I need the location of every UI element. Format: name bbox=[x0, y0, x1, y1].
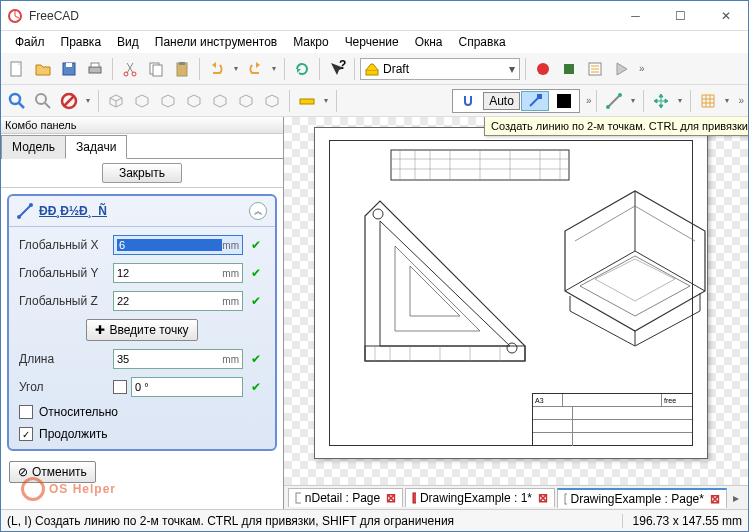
redo-icon[interactable] bbox=[243, 57, 267, 81]
titlebar: FreeCAD ─ ☐ ✕ bbox=[1, 1, 748, 31]
redo-dropdown[interactable]: ▾ bbox=[269, 57, 279, 81]
menu-windows[interactable]: Окна bbox=[407, 33, 451, 51]
view-left-icon[interactable] bbox=[260, 89, 284, 113]
input-global-x[interactable]: 6mm bbox=[113, 235, 243, 255]
save-icon[interactable] bbox=[57, 57, 81, 81]
toolbar2-overflow-icon[interactable]: » bbox=[738, 95, 744, 106]
grid-tool-icon[interactable] bbox=[696, 89, 720, 113]
svg-rect-13 bbox=[366, 70, 378, 75]
doc-tab[interactable]: DrawingExample : 1*⊠ bbox=[405, 488, 555, 507]
drawing-iso-view bbox=[545, 171, 720, 371]
maximize-button[interactable]: ☐ bbox=[658, 1, 703, 30]
status-hint: (L, I) Создать линию по 2-м точкам. CTRL… bbox=[7, 514, 454, 528]
relative-checkbox[interactable] bbox=[19, 405, 33, 419]
close-button[interactable]: ✕ bbox=[703, 1, 748, 30]
menu-drawing[interactable]: Черчение bbox=[337, 33, 407, 51]
tab-nav-right-icon[interactable]: ▸ bbox=[729, 491, 744, 505]
tab-model[interactable]: Модель bbox=[1, 135, 66, 159]
doc-tab[interactable]: nDetail : Page⊠ bbox=[288, 488, 403, 507]
workbench-label: Draft bbox=[383, 62, 409, 76]
grid-dropdown[interactable]: ▾ bbox=[722, 89, 732, 113]
snap-endpoint-icon[interactable] bbox=[521, 91, 549, 111]
undo-dropdown[interactable]: ▾ bbox=[231, 57, 241, 81]
relative-label: Относительно bbox=[39, 405, 118, 419]
combo-tabs: Модель Задачи bbox=[1, 134, 283, 159]
zoom-fit-icon[interactable] bbox=[5, 89, 29, 113]
drawing-top-view bbox=[390, 149, 570, 189]
workbench-selector[interactable]: Draft ▾ bbox=[360, 58, 520, 80]
collapse-icon[interactable]: ︽ bbox=[249, 202, 267, 220]
move-dropdown[interactable]: ▾ bbox=[675, 89, 685, 113]
print-icon[interactable] bbox=[83, 57, 107, 81]
whatsthis-icon[interactable]: ? bbox=[325, 57, 349, 81]
tab-close-icon[interactable]: ⊠ bbox=[538, 491, 548, 505]
drawing-view[interactable]: Создать линию по 2-м точкам. CTRL для пр… bbox=[284, 117, 748, 509]
task-title[interactable]: ĐĐ¸Đ½Đ¸_Ñ bbox=[39, 204, 249, 218]
window-title: FreeCAD bbox=[29, 9, 613, 23]
title-block: A3free bbox=[532, 393, 692, 445]
label-global-z: Глобальный Z bbox=[19, 294, 109, 308]
line-tool-icon[interactable] bbox=[602, 89, 626, 113]
tab-tasks[interactable]: Задачи bbox=[65, 135, 127, 159]
toolbar-overflow-icon[interactable]: » bbox=[639, 63, 645, 74]
snap-overflow-icon[interactable]: » bbox=[586, 95, 592, 106]
cancel-button[interactable]: ⊘Отменить bbox=[9, 461, 96, 483]
open-icon[interactable] bbox=[31, 57, 55, 81]
input-angle[interactable]: 0 ° bbox=[131, 377, 243, 397]
refresh-icon[interactable] bbox=[290, 57, 314, 81]
combo-panel: Комбо панель Модель Задачи Закрыть ĐĐ¸Đ½… bbox=[1, 117, 284, 509]
view-bottom-icon[interactable] bbox=[234, 89, 258, 113]
view-right-icon[interactable] bbox=[182, 89, 206, 113]
move-tool-icon[interactable] bbox=[649, 89, 673, 113]
menu-file[interactable]: Файл bbox=[7, 33, 53, 51]
tab-close-icon[interactable]: ⊠ bbox=[386, 491, 396, 505]
document-tabs: nDetail : Page⊠ DrawingExample : 1*⊠ Dra… bbox=[284, 485, 748, 509]
menu-view[interactable]: Вид bbox=[109, 33, 147, 51]
paste-icon[interactable] bbox=[170, 57, 194, 81]
drawing-paper: A3free bbox=[314, 127, 708, 459]
input-global-y[interactable]: 12mm bbox=[113, 263, 243, 283]
task-close-button[interactable]: Закрыть bbox=[102, 163, 182, 183]
view-iso-icon[interactable] bbox=[104, 89, 128, 113]
view-rear-icon[interactable] bbox=[208, 89, 232, 113]
snap-auto-button[interactable]: Auto bbox=[483, 92, 520, 110]
draw-style-icon[interactable] bbox=[57, 89, 81, 113]
measure-dropdown[interactable]: ▾ bbox=[321, 89, 331, 113]
view-top-icon[interactable] bbox=[156, 89, 180, 113]
svg-rect-9 bbox=[153, 65, 162, 76]
chevron-down-icon: ▾ bbox=[509, 62, 515, 76]
undo-icon[interactable] bbox=[205, 57, 229, 81]
zoom-select-icon[interactable] bbox=[31, 89, 55, 113]
measure-icon[interactable] bbox=[295, 89, 319, 113]
macro-run-icon[interactable] bbox=[609, 57, 633, 81]
menu-toolbars[interactable]: Панели инструментов bbox=[147, 33, 285, 51]
input-global-z[interactable]: 22mm bbox=[113, 291, 243, 311]
menu-help[interactable]: Справка bbox=[451, 33, 514, 51]
macro-stop-icon[interactable] bbox=[557, 57, 581, 81]
continue-checkbox[interactable]: ✓ bbox=[19, 427, 33, 441]
cut-icon[interactable] bbox=[118, 57, 142, 81]
copy-icon[interactable] bbox=[144, 57, 168, 81]
menu-macro[interactable]: Макро bbox=[285, 33, 336, 51]
svg-rect-21 bbox=[537, 94, 542, 99]
input-length[interactable]: 35mm bbox=[113, 349, 243, 369]
label-global-y: Глобальный Y bbox=[19, 266, 109, 280]
macro-list-icon[interactable] bbox=[583, 57, 607, 81]
label-length: Длина bbox=[19, 352, 109, 366]
angle-lock-checkbox[interactable] bbox=[113, 380, 127, 394]
draft-icon bbox=[365, 62, 379, 76]
snap-toolbar: Auto bbox=[452, 89, 580, 113]
draw-style-dropdown[interactable]: ▾ bbox=[83, 89, 93, 113]
doc-tab[interactable]: DrawingExample : Page*⊠ bbox=[557, 488, 727, 508]
line-dropdown[interactable]: ▾ bbox=[628, 89, 638, 113]
macro-record-icon[interactable] bbox=[531, 57, 555, 81]
enter-point-button[interactable]: ✚Введите точку bbox=[86, 319, 197, 341]
minimize-button[interactable]: ─ bbox=[613, 1, 658, 30]
view-front-icon[interactable] bbox=[130, 89, 154, 113]
menu-edit[interactable]: Правка bbox=[53, 33, 110, 51]
check-icon: ✔ bbox=[247, 378, 265, 396]
snap-toggle-icon[interactable] bbox=[454, 91, 482, 111]
new-icon[interactable] bbox=[5, 57, 29, 81]
snap-color-icon[interactable] bbox=[550, 91, 578, 111]
tab-close-icon[interactable]: ⊠ bbox=[710, 492, 720, 506]
